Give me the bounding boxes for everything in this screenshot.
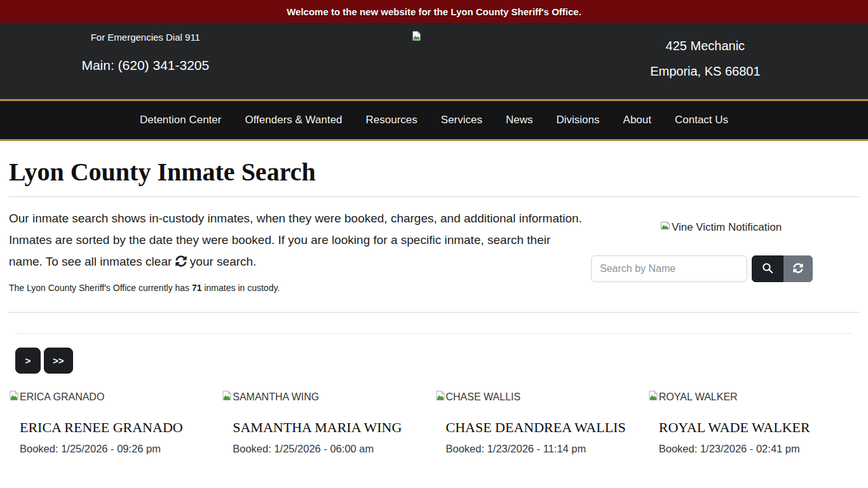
- inmate-card[interactable]: ROYAL WALKER ROYAL WADE WALKER Booked: 1…: [648, 390, 859, 455]
- inmate-search-bar: [591, 255, 851, 282]
- clear-search-button[interactable]: [783, 255, 813, 282]
- divider-under-title: [9, 196, 859, 197]
- emergency-text: For Emergencies Dial 911: [91, 32, 200, 43]
- refresh-icon: [793, 263, 803, 275]
- broken-image-icon[interactable]: [412, 30, 421, 44]
- address-line1: 425 Mechanic: [666, 33, 745, 58]
- last-page-button[interactable]: >>: [44, 348, 73, 374]
- next-page-button[interactable]: >: [15, 348, 41, 374]
- broken-image-icon: [222, 390, 232, 403]
- pagination: > >>: [15, 348, 859, 374]
- main-content: Lyon County Inmate Search Our inmate sea…: [0, 157, 868, 455]
- inmate-photo-placeholder[interactable]: ERICA GRANADO: [9, 390, 220, 403]
- search-button[interactable]: [752, 255, 783, 282]
- search-icon: [762, 262, 773, 276]
- inmate-name[interactable]: CHASE DEANDREA WALLIS: [446, 419, 646, 436]
- search-input[interactable]: [591, 255, 747, 282]
- main-nav: Detention Center Offenders & Wanted Reso…: [0, 99, 868, 141]
- header-contact-block: For Emergencies Dial 911 Main: (620) 341…: [0, 23, 291, 99]
- nav-item-offenders-wanted[interactable]: Offenders & Wanted: [245, 114, 342, 126]
- address-line2: Emporia, KS 66801: [650, 58, 760, 84]
- inmate-name[interactable]: ERICA RENEE GRANADO: [20, 419, 220, 436]
- inmate-name[interactable]: ROYAL WADE WALKER: [659, 419, 859, 436]
- nav-item-news[interactable]: News: [506, 114, 533, 126]
- intro-text-after: your search.: [187, 255, 257, 268]
- broken-image-icon: [9, 390, 19, 403]
- nav-item-detention-center[interactable]: Detention Center: [140, 114, 222, 126]
- inmate-photo-placeholder[interactable]: SAMANTHA WING: [222, 390, 433, 403]
- nav-item-contact-us[interactable]: Contact Us: [675, 114, 728, 126]
- search-column: Vine Victim Notification: [583, 208, 859, 293]
- inmate-booked-date: Booked: 1/25/2026 - 06:00 am: [233, 443, 433, 455]
- header-logo-block: [291, 23, 543, 99]
- inmate-list: ERICA GRANADO ERICA RENEE GRANADO Booked…: [9, 390, 859, 455]
- nav-item-divisions[interactable]: Divisions: [557, 114, 600, 126]
- broken-image-icon: [660, 220, 670, 234]
- inmate-photo-alt-text: CHASE WALLIS: [446, 391, 521, 403]
- inmate-booked-date: Booked: 1/23/2026 - 11:14 pm: [446, 443, 646, 455]
- list-container-top-border: [15, 333, 853, 334]
- header-address-block: 425 Mechanic Emporia, KS 66801: [543, 23, 868, 99]
- inmate-card[interactable]: SAMANTHA WING SAMANTHA MARIA WING Booked…: [222, 390, 433, 455]
- nav-item-about[interactable]: About: [623, 114, 651, 126]
- phone-number[interactable]: Main: (620) 341-3205: [81, 58, 209, 73]
- custody-count: 71: [192, 283, 202, 293]
- intro-text-before: Our inmate search shows in-custody inmat…: [9, 212, 582, 268]
- inmate-name[interactable]: SAMANTHA MARIA WING: [233, 419, 433, 436]
- site-header: For Emergencies Dial 911 Main: (620) 341…: [0, 23, 868, 99]
- broken-image-icon: [435, 390, 445, 403]
- vine-victim-notification-link[interactable]: Vine Victim Notification: [591, 220, 851, 234]
- inmate-photo-placeholder[interactable]: CHASE WALLIS: [435, 390, 646, 403]
- refresh-icon[interactable]: [175, 252, 187, 274]
- inmate-booked-date: Booked: 1/25/2026 - 09:26 pm: [20, 443, 220, 455]
- page-title: Lyon County Inmate Search: [9, 157, 859, 187]
- custody-count-line: The Lyon County Sheriff's Office current…: [9, 283, 583, 293]
- vine-label: Vine Victim Notification: [672, 221, 782, 234]
- welcome-banner: Welcome to the new website for the Lyon …: [0, 0, 868, 23]
- inmate-photo-alt-text: SAMANTHA WING: [233, 391, 319, 403]
- broken-image-icon: [648, 390, 658, 403]
- inmate-photo-alt-text: ROYAL WALKER: [659, 391, 738, 403]
- welcome-banner-text: Welcome to the new website for the Lyon …: [287, 6, 581, 17]
- inmate-card[interactable]: ERICA GRANADO ERICA RENEE GRANADO Booked…: [9, 390, 220, 455]
- intro-paragraph: Our inmate search shows in-custody inmat…: [9, 208, 583, 274]
- divider-above-list: [9, 312, 859, 313]
- inmate-booked-date: Booked: 1/23/2026 - 02:41 pm: [659, 443, 859, 455]
- inmate-photo-alt-text: ERICA GRANADO: [20, 391, 104, 403]
- inmate-card[interactable]: CHASE WALLIS CHASE DEANDREA WALLIS Booke…: [435, 390, 646, 455]
- nav-item-services[interactable]: Services: [441, 114, 482, 126]
- intro-column: Our inmate search shows in-custody inmat…: [9, 208, 583, 293]
- inmate-photo-placeholder[interactable]: ROYAL WALKER: [648, 390, 859, 403]
- nav-item-resources[interactable]: Resources: [366, 114, 417, 126]
